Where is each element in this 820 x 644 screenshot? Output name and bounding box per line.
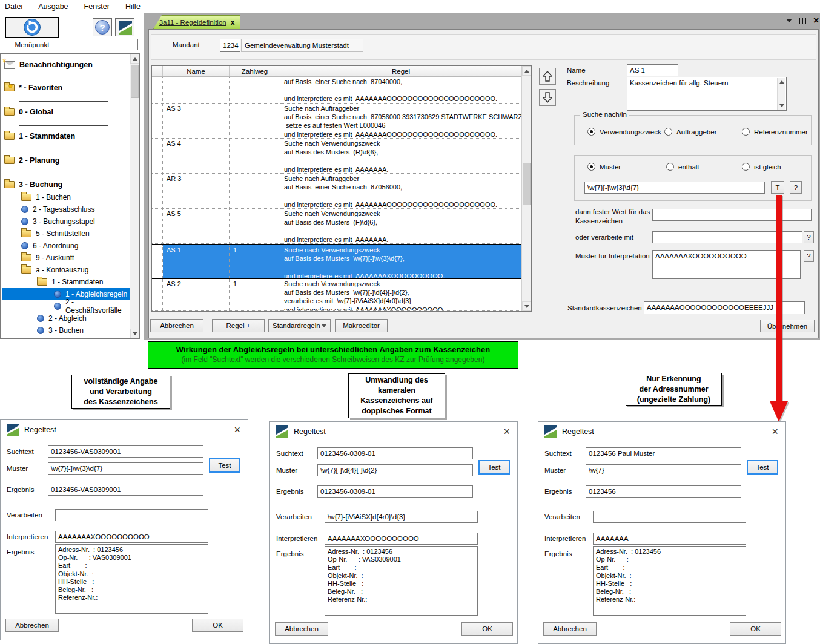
dialog-titlebar[interactable]: Regeltest ×	[1, 420, 248, 439]
suchtext-input[interactable]: 0123456-0309-01	[317, 447, 473, 459]
radio-icon[interactable]	[742, 128, 750, 136]
pin-menu-icon[interactable]	[786, 19, 792, 22]
row-selector[interactable]	[152, 77, 163, 104]
abbrechen-button[interactable]: Abbrechen	[275, 622, 328, 636]
help-button[interactable]: ?	[93, 18, 112, 36]
scroll-up-button[interactable]	[522, 66, 531, 76]
scrollbar-thumb[interactable]	[523, 163, 531, 205]
tree-item-geschaeftsvorfaelle[interactable]: 2 - Geschäftsvorfälle	[1, 300, 130, 312]
radio-icon[interactable]	[666, 163, 674, 171]
table-row[interactable]: AS 4 Suche nach Verwendungszweck auf Bas…	[152, 139, 521, 174]
interpretation-help-button[interactable]: ?	[804, 250, 814, 262]
tree-item-benachrichtigungen[interactable]: ✳ Benachrichtigungen	[1, 59, 130, 71]
scroll-up-button[interactable]	[130, 54, 139, 64]
abbrechen-button[interactable]: Abbrechen	[5, 619, 59, 632]
tree-item-buchung[interactable]: 3 - Buchung	[1, 179, 130, 191]
col-zahlweg[interactable]: Zahlweg	[230, 66, 280, 76]
beschreibung-scrollbar[interactable]	[777, 78, 785, 110]
row-selector[interactable]	[152, 139, 163, 174]
close-window-icon[interactable]: ×	[813, 17, 819, 24]
refresh-button[interactable]	[5, 17, 59, 38]
abbrechen-button[interactable]: Abbrechen	[543, 622, 597, 636]
scroll-down-button[interactable]	[130, 329, 139, 338]
tab-regeldefinition[interactable]: 3a11 - Regeldefinition x	[153, 15, 240, 29]
tree-item-favoriten[interactable]: ★ * - Favoriten	[1, 82, 130, 94]
suchtext-input[interactable]: 0123456 Paul Muster	[586, 447, 741, 459]
ok-button[interactable]: OK	[192, 619, 243, 632]
close-icon[interactable]: ×	[772, 426, 778, 438]
tree-item-schnittstellen[interactable]: 5 - Schnittstellen	[1, 228, 130, 240]
tree-item-buchen[interactable]: 1 - Buchen	[1, 191, 130, 203]
muster-input[interactable]: \w{7}[-]\d{4}[-]\d{2}	[317, 464, 473, 476]
table-row[interactable]: auf Basis einer Suche nach 87040000, und…	[152, 77, 521, 104]
table-row[interactable]: AS 3 Suche nach Auftraggeber auf Basis e…	[152, 104, 521, 139]
radio-verwendungszweck[interactable]: Verwendungszweck	[587, 128, 661, 136]
ergebnis-detail-textarea[interactable]: Adress-Nr. : 0123456 Op-Nr. : VAS0309001…	[325, 546, 478, 616]
dialog-titlebar[interactable]: Regeltest ×	[538, 422, 785, 441]
radio-auftraggeber[interactable]: Auftraggeber	[664, 128, 717, 136]
menu-ausgabe[interactable]: Ausgabe	[38, 2, 68, 11]
tree-item-buchungsstapel[interactable]: 3 - Buchungsstapel	[1, 215, 130, 228]
menu-hilfe[interactable]: Hilfe	[125, 2, 141, 11]
close-icon[interactable]: ×	[234, 424, 240, 436]
ergebnis-detail-textarea[interactable]: Adress-Nr. : 0123456 Op-Nr. : VAS0309001…	[55, 544, 208, 614]
regel-plus-button[interactable]: Regel +	[212, 319, 265, 332]
col-name[interactable]: Name	[163, 66, 230, 76]
ergebnis-input[interactable]: 0123456	[586, 485, 741, 498]
tree-item-kontoauszug[interactable]: a - Kontoauszug	[1, 264, 130, 276]
uebernehmen-button[interactable]: Übernehmen	[760, 320, 815, 332]
tab-close-icon[interactable]: x	[231, 18, 235, 27]
standardregeln-dropdown[interactable]: Standardregeln	[268, 319, 331, 332]
tree-item-kontoauszug-stammdaten[interactable]: 1 - Stammdaten	[1, 276, 130, 288]
test-muster-button[interactable]: T	[771, 181, 784, 194]
ok-button[interactable]: OK	[461, 622, 513, 636]
radio-icon[interactable]	[742, 163, 750, 171]
verarbeite-help-button[interactable]: ?	[804, 231, 814, 243]
beschreibung-textarea[interactable]: Kassenzeichen für allg. Steuern	[627, 77, 787, 111]
restore-window-icon[interactable]	[799, 18, 806, 24]
suchtext-input[interactable]: 0123456-VAS0309001	[48, 445, 203, 458]
abbrechen-button[interactable]: Abbrechen	[150, 319, 203, 332]
muster-input[interactable]: \w{7}	[586, 464, 741, 476]
move-down-button[interactable]	[539, 89, 556, 106]
tree-item-buchen-2[interactable]: 3 - Buchen	[1, 324, 130, 337]
tree-item-planung[interactable]: 2 - Planung	[1, 154, 130, 166]
name-input[interactable]: AS 1	[627, 64, 678, 76]
tree-item-stammdaten[interactable]: 1 - Stammdaten	[1, 130, 130, 142]
tree-item-partial[interactable]	[1, 337, 130, 339]
close-icon[interactable]: ×	[503, 426, 510, 438]
test-button[interactable]: Test	[478, 460, 510, 475]
scrollbar-thumb[interactable]	[131, 65, 139, 98]
menu-datei[interactable]: Datei	[5, 2, 22, 11]
radio-referenznummer[interactable]: Referenznummer	[742, 128, 808, 136]
table-scrollbar[interactable]	[521, 66, 531, 311]
ok-button[interactable]: OK	[730, 622, 781, 636]
interpretieren-input[interactable]: AAAAAAA	[593, 533, 746, 545]
table-row[interactable]: AR 3 Suche nach Auftraggeber auf Basis e…	[152, 174, 521, 209]
row-selector[interactable]	[152, 209, 163, 244]
menu-fenster[interactable]: Fenster	[84, 2, 110, 11]
app-logo-button[interactable]	[115, 18, 134, 36]
muster-input[interactable]: \w{7}[-]\w{3}\d{7}	[584, 182, 765, 194]
scroll-down-button[interactable]	[522, 301, 531, 311]
radio-istgleich[interactable]: ist gleich	[742, 163, 781, 171]
test-button[interactable]: Test	[747, 460, 778, 475]
fester-wert-input[interactable]	[652, 209, 812, 221]
verarbeiten-input[interactable]	[55, 509, 208, 521]
ergebnis-input[interactable]: 0123456-VAS0309001	[48, 484, 203, 496]
tree-scrollbar[interactable]	[130, 54, 139, 338]
tree-item-anordnung[interactable]: 6 - Anordnung	[1, 240, 130, 252]
tree-item-abgleich[interactable]: 2 - Abgleich	[1, 312, 130, 324]
row-selector[interactable]	[152, 245, 163, 278]
interpretieren-input[interactable]: AAAAAAAXOOOOOOOOOO	[55, 531, 208, 543]
mandant-number-field[interactable]: 1234	[220, 39, 240, 52]
verarbeiten-input[interactable]	[593, 511, 746, 523]
radio-icon[interactable]	[664, 128, 672, 136]
tree-item-tagesabschluss[interactable]: 2 - Tagesabschluss	[1, 203, 130, 215]
tree-item-global[interactable]: 0 - Global	[1, 106, 130, 118]
row-selector[interactable]	[152, 279, 163, 311]
muster-help-button[interactable]: ?	[790, 181, 802, 194]
table-row[interactable]: AS 5 Suche nach Verwendungszweck auf Bas…	[152, 209, 521, 244]
verarbeiten-input[interactable]: \w{7}-[iViAiSX]d{4r0}\d{3}	[325, 511, 478, 523]
radio-icon[interactable]	[587, 163, 595, 171]
